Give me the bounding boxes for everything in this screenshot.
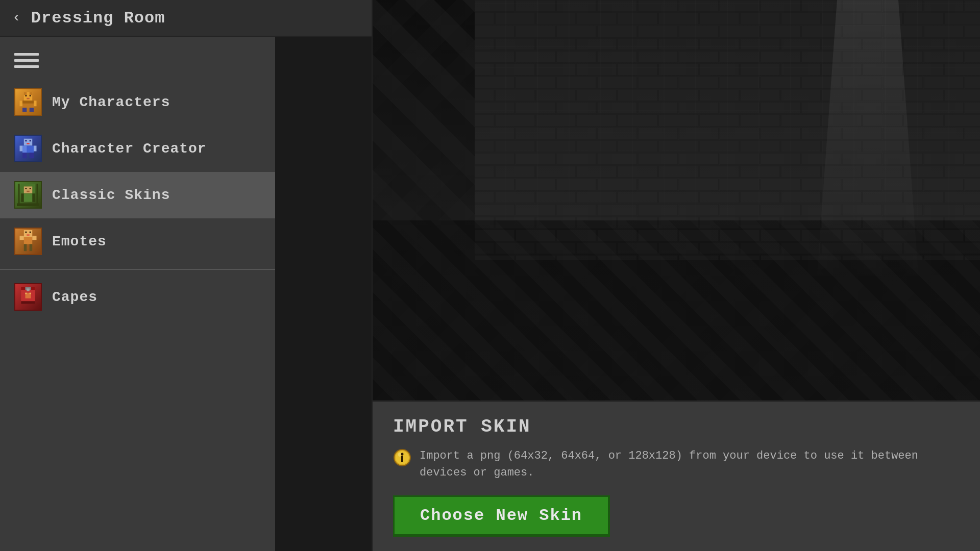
preview-area [373, 0, 980, 400]
sidebar-item-character-creator-label: Character Creator [52, 141, 207, 157]
svg-rect-31 [37, 184, 38, 206]
svg-rect-4 [30, 95, 31, 96]
svg-rect-26 [30, 188, 31, 189]
sidebar-item-emotes[interactable]: Emotes [0, 218, 275, 265]
svg-rect-14 [30, 140, 31, 142]
choose-new-skin-button[interactable]: Choose New Skin [393, 495, 610, 537]
capes-icon [14, 283, 42, 311]
header-bar: ‹ Dressing Room [0, 0, 372, 37]
svg-rect-3 [26, 95, 27, 96]
sidebar-item-my-characters-label: My Characters [52, 94, 170, 110]
svg-rect-49 [26, 293, 31, 298]
svg-rect-46 [27, 289, 30, 292]
app-layout: ‹ Dressing Room [0, 0, 980, 551]
hamburger-line-3 [14, 65, 39, 68]
svg-rect-2 [30, 92, 33, 95]
svg-point-58 [398, 453, 401, 457]
left-panel: ‹ Dressing Room [0, 0, 373, 551]
svg-rect-39 [32, 236, 36, 240]
import-skin-description: Import a png (64x32, 64x64, or 128x128) … [393, 447, 960, 481]
svg-rect-27 [27, 191, 30, 192]
svg-rect-1 [24, 92, 27, 95]
info-icon [393, 448, 411, 467]
svg-rect-41 [30, 244, 33, 252]
svg-rect-17 [22, 146, 27, 153]
svg-point-57 [401, 453, 404, 456]
svg-rect-13 [26, 140, 27, 142]
sidebar-item-capes-label: Capes [52, 289, 97, 305]
emotes-icon [14, 228, 42, 255]
svg-rect-5 [27, 98, 30, 99]
svg-rect-40 [24, 244, 27, 252]
svg-rect-24 [24, 187, 33, 194]
svg-rect-8 [20, 101, 23, 106]
svg-rect-7 [22, 101, 34, 104]
nav-separator [0, 269, 275, 270]
right-panel: IMPORT SKIN Import a png (64x32, 64x64, … [373, 0, 980, 551]
svg-rect-12 [24, 139, 33, 146]
svg-rect-35 [30, 232, 31, 233]
sidebar-item-my-characters[interactable]: My Characters [0, 79, 275, 126]
svg-rect-29 [24, 193, 33, 202]
classic-skins-icon [14, 181, 42, 209]
character-creator-icon [14, 135, 42, 162]
hamburger-line-1 [14, 53, 39, 56]
import-skin-title: IMPORT SKIN [393, 416, 960, 437]
hamburger-line-2 [14, 59, 39, 62]
svg-rect-11 [30, 108, 34, 112]
svg-rect-36 [27, 234, 30, 236]
back-button[interactable]: ‹ [12, 11, 21, 25]
svg-rect-44 [21, 301, 35, 304]
my-characters-icon [14, 88, 42, 116]
svg-rect-38 [20, 236, 24, 240]
svg-rect-21 [30, 153, 34, 158]
svg-rect-33 [24, 230, 33, 237]
import-skin-text: Import a png (64x32, 64x64, or 128x128) … [420, 447, 960, 481]
svg-rect-32 [17, 204, 39, 207]
svg-rect-37 [24, 237, 33, 244]
svg-rect-9 [34, 101, 37, 106]
svg-rect-15 [27, 143, 30, 144]
svg-rect-34 [26, 232, 27, 233]
svg-rect-20 [22, 153, 27, 158]
page-title: Dressing Room [31, 9, 165, 28]
svg-rect-30 [18, 184, 20, 206]
nav-panel: My Characters [0, 37, 275, 551]
svg-rect-53 [475, 0, 980, 260]
sidebar-item-classic-skins-label: Classic Skins [52, 187, 170, 203]
sidebar-item-emotes-label: Emotes [52, 234, 107, 249]
svg-rect-10 [22, 108, 27, 112]
sidebar-item-classic-skins[interactable]: Classic Skins [0, 172, 275, 218]
sidebar-right [275, 37, 372, 551]
svg-rect-19 [34, 146, 37, 152]
svg-rect-56 [401, 456, 403, 462]
hamburger-button[interactable] [0, 42, 275, 79]
svg-rect-18 [20, 146, 23, 152]
svg-rect-25 [26, 188, 27, 189]
sidebar-item-character-creator[interactable]: Character Creator [0, 126, 275, 172]
sidebar-content: My Characters [0, 37, 372, 551]
sidebar-item-capes[interactable]: Capes [0, 274, 275, 320]
import-skin-panel: IMPORT SKIN Import a png (64x32, 64x64, … [373, 400, 980, 551]
